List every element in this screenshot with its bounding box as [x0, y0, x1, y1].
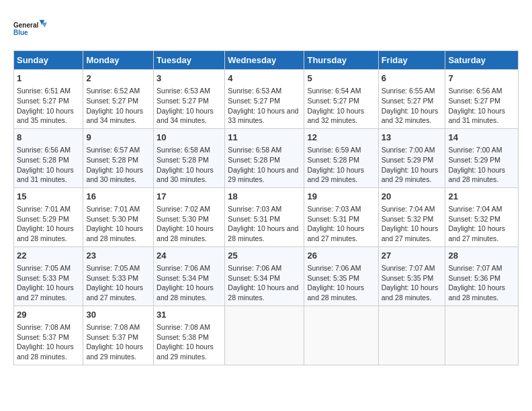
sunrise-text: Sunrise: 7:04 AM — [382, 205, 435, 213]
day-cell: 5Sunrise: 6:54 AMSunset: 5:27 PMDaylight… — [304, 70, 378, 129]
day-number: 17 — [157, 191, 222, 203]
day-number: 27 — [382, 250, 443, 262]
day-number: 30 — [86, 309, 150, 321]
day-cell: 8Sunrise: 6:56 AMSunset: 5:28 PMDaylight… — [14, 128, 83, 187]
sunrise-text: Sunrise: 7:06 AM — [157, 264, 210, 272]
sunrise-text: Sunrise: 6:57 AM — [86, 146, 140, 154]
col-header-monday: Monday — [83, 51, 154, 70]
day-cell: 3Sunrise: 6:53 AMSunset: 5:27 PMDaylight… — [154, 70, 225, 129]
sunset-text: Sunset: 5:30 PM — [86, 215, 138, 223]
daylight-text: Daylight: 10 hours and 29 minutes. — [86, 342, 143, 361]
week-row-3: 15Sunrise: 7:01 AMSunset: 5:29 PMDayligh… — [14, 187, 519, 246]
sunrise-text: Sunrise: 6:53 AM — [157, 87, 210, 95]
sunrise-text: Sunrise: 7:01 AM — [86, 205, 140, 213]
daylight-text: Daylight: 10 hours and 28 minutes. — [448, 283, 505, 302]
sunrise-text: Sunrise: 7:06 AM — [307, 264, 361, 272]
sunset-text: Sunset: 5:32 PM — [448, 215, 500, 223]
daylight-text: Daylight: 10 hours and 28 minutes. — [382, 283, 439, 302]
day-cell: 15Sunrise: 7:01 AMSunset: 5:29 PMDayligh… — [14, 187, 83, 246]
day-number: 25 — [228, 250, 301, 262]
sunset-text: Sunset: 5:27 PM — [228, 97, 280, 105]
day-cell: 6Sunrise: 6:55 AMSunset: 5:27 PMDaylight… — [378, 70, 445, 129]
daylight-text: Daylight: 10 hours and 34 minutes. — [86, 107, 143, 125]
sunrise-text: Sunrise: 7:08 AM — [86, 323, 140, 331]
day-cell: 13Sunrise: 7:00 AMSunset: 5:29 PMDayligh… — [378, 128, 445, 187]
daylight-text: Daylight: 10 hours and 28 minutes. — [228, 224, 298, 242]
sunset-text: Sunset: 5:36 PM — [448, 274, 500, 282]
daylight-text: Daylight: 10 hours and 31 minutes. — [17, 166, 74, 184]
sunset-text: Sunset: 5:27 PM — [157, 97, 209, 105]
day-number: 22 — [17, 250, 80, 262]
page-header: General Blue — [13, 13, 519, 44]
sunrise-text: Sunrise: 6:53 AM — [228, 87, 281, 95]
sunrise-text: Sunrise: 6:58 AM — [228, 146, 281, 154]
week-row-2: 8Sunrise: 6:56 AMSunset: 5:28 PMDaylight… — [14, 128, 519, 187]
col-header-wednesday: Wednesday — [225, 51, 304, 70]
sunrise-text: Sunrise: 7:04 AM — [448, 205, 502, 213]
day-cell: 1Sunrise: 6:51 AMSunset: 5:27 PMDaylight… — [14, 70, 83, 129]
sunrise-text: Sunrise: 7:03 AM — [228, 205, 281, 213]
daylight-text: Daylight: 10 hours and 28 minutes. — [307, 283, 364, 302]
daylight-text: Daylight: 10 hours and 29 minutes. — [307, 166, 364, 184]
day-cell: 2Sunrise: 6:52 AMSunset: 5:27 PMDaylight… — [83, 70, 154, 129]
daylight-text: Daylight: 10 hours and 27 minutes. — [448, 224, 505, 242]
sunrise-text: Sunrise: 7:03 AM — [307, 205, 361, 213]
sunrise-text: Sunrise: 6:54 AM — [307, 87, 361, 95]
day-number: 4 — [228, 73, 301, 85]
day-cell: 26Sunrise: 7:06 AMSunset: 5:35 PMDayligh… — [304, 246, 378, 306]
sunset-text: Sunset: 5:35 PM — [307, 274, 359, 282]
week-row-5: 29Sunrise: 7:08 AMSunset: 5:37 PMDayligh… — [14, 306, 519, 365]
daylight-text: Daylight: 10 hours and 28 minutes. — [86, 224, 143, 242]
day-cell — [445, 306, 519, 365]
col-header-thursday: Thursday — [304, 51, 378, 70]
day-number: 18 — [228, 191, 301, 203]
calendar-table: SundayMondayTuesdayWednesdayThursdayFrid… — [13, 50, 519, 365]
sunset-text: Sunset: 5:33 PM — [17, 274, 69, 282]
sunrise-text: Sunrise: 7:06 AM — [228, 264, 281, 272]
sunrise-text: Sunrise: 7:08 AM — [17, 323, 71, 331]
sunset-text: Sunset: 5:27 PM — [382, 97, 434, 105]
sunset-text: Sunset: 5:32 PM — [382, 215, 434, 223]
sunrise-text: Sunrise: 7:07 AM — [448, 264, 502, 272]
daylight-text: Daylight: 10 hours and 27 minutes. — [17, 283, 74, 302]
day-number: 13 — [382, 132, 443, 144]
day-number: 5 — [307, 73, 375, 85]
sunset-text: Sunset: 5:27 PM — [448, 97, 500, 105]
day-number: 29 — [17, 309, 80, 321]
day-cell: 9Sunrise: 6:57 AMSunset: 5:28 PMDaylight… — [83, 128, 154, 187]
day-number: 14 — [448, 132, 515, 144]
day-number: 10 — [157, 132, 222, 144]
sunset-text: Sunset: 5:31 PM — [228, 215, 280, 223]
day-cell — [225, 306, 304, 365]
day-cell: 22Sunrise: 7:05 AMSunset: 5:33 PMDayligh… — [14, 246, 83, 306]
sunrise-text: Sunrise: 6:56 AM — [17, 146, 71, 154]
sunrise-text: Sunrise: 7:05 AM — [17, 264, 71, 272]
day-cell: 20Sunrise: 7:04 AMSunset: 5:32 PMDayligh… — [378, 187, 445, 246]
day-number: 7 — [448, 73, 515, 85]
day-number: 26 — [307, 250, 375, 262]
day-cell: 10Sunrise: 6:58 AMSunset: 5:28 PMDayligh… — [154, 128, 225, 187]
daylight-text: Daylight: 10 hours and 30 minutes. — [157, 166, 214, 184]
daylight-text: Daylight: 10 hours and 33 minutes. — [228, 107, 298, 125]
daylight-text: Daylight: 10 hours and 28 minutes. — [157, 224, 214, 242]
sunset-text: Sunset: 5:29 PM — [17, 215, 69, 223]
daylight-text: Daylight: 10 hours and 30 minutes. — [86, 166, 143, 184]
sunset-text: Sunset: 5:35 PM — [382, 274, 434, 282]
day-number: 15 — [17, 191, 80, 203]
logo: General Blue — [13, 13, 47, 44]
day-number: 9 — [86, 132, 150, 144]
daylight-text: Daylight: 10 hours and 32 minutes. — [382, 107, 439, 125]
day-cell: 7Sunrise: 6:56 AMSunset: 5:27 PMDaylight… — [445, 70, 519, 129]
sunset-text: Sunset: 5:34 PM — [228, 274, 280, 282]
sunrise-text: Sunrise: 7:05 AM — [86, 264, 140, 272]
sunset-text: Sunset: 5:27 PM — [307, 97, 359, 105]
daylight-text: Daylight: 10 hours and 34 minutes. — [157, 107, 214, 125]
sunrise-text: Sunrise: 7:01 AM — [17, 205, 71, 213]
sunset-text: Sunset: 5:28 PM — [86, 156, 138, 164]
sunset-text: Sunset: 5:33 PM — [86, 274, 138, 282]
day-number: 28 — [448, 250, 515, 262]
day-cell: 12Sunrise: 6:59 AMSunset: 5:28 PMDayligh… — [304, 128, 378, 187]
day-cell: 4Sunrise: 6:53 AMSunset: 5:27 PMDaylight… — [225, 70, 304, 129]
sunrise-text: Sunrise: 6:51 AM — [17, 87, 71, 95]
day-number: 3 — [157, 73, 222, 85]
